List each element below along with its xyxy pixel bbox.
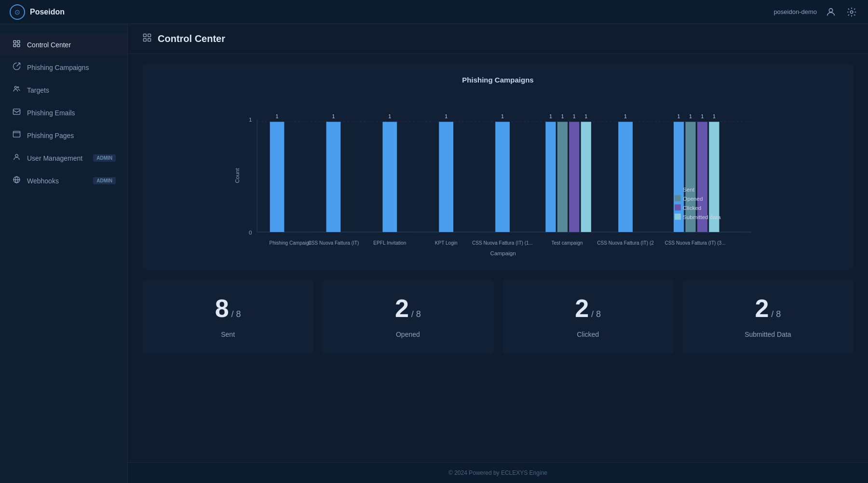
sidebar-item-phishing-emails[interactable]: Phishing Emails (0, 102, 127, 124)
svg-rect-60 (675, 186, 681, 192)
sidebar-item-targets[interactable]: Targets (0, 79, 127, 101)
svg-point-6 (14, 86, 16, 88)
svg-text:EPFL Invitation: EPFL Invitation (373, 240, 406, 246)
svg-text:1: 1 (701, 113, 704, 119)
stat-value-clicked: 2 / 8 (575, 296, 601, 321)
svg-rect-15 (148, 39, 151, 41)
svg-text:Opened: Opened (683, 195, 703, 202)
svg-text:1: 1 (388, 113, 391, 119)
svg-text:1: 1 (689, 113, 692, 119)
svg-rect-66 (675, 214, 681, 220)
webhooks-badge: ADMIN (93, 177, 116, 184)
svg-rect-8 (13, 109, 20, 114)
svg-rect-5 (17, 44, 19, 47)
sidebar-item-phishing-campaigns[interactable]: Phishing Campaigns (0, 56, 127, 78)
targets-icon (12, 85, 21, 95)
footer-text: © 2024 Powered by ECLEXYS Engine (448, 469, 547, 476)
svg-point-7 (17, 87, 18, 88)
stat-value-sent: 8 / 8 (215, 296, 241, 321)
svg-rect-64 (675, 205, 681, 211)
svg-point-10 (15, 154, 18, 157)
page-header-icon (142, 33, 152, 45)
svg-text:1: 1 (501, 113, 504, 119)
stat-label-clicked: Clicked (577, 331, 599, 338)
phishing-campaigns-icon (12, 62, 21, 72)
footer: © 2024 Powered by ECLEXYS Engine (128, 462, 868, 483)
stat-denom-sent: / 8 (231, 309, 241, 319)
stats-row: 8 / 8 Sent 2 / 8 Opened 2 / 8 (142, 279, 854, 354)
stat-card-sent: 8 / 8 Sent (142, 279, 313, 354)
sidebar-label-phishing-emails: Phishing Emails (27, 109, 75, 117)
svg-text:Count: Count (234, 168, 240, 183)
svg-text:CSS Nuova Fattura (IT) (1...: CSS Nuova Fattura (IT) (1... (472, 240, 533, 246)
topbar: ⊙ Poseidon poseidon-demo (0, 0, 868, 24)
stat-value-opened: 2 / 8 (395, 296, 421, 321)
stat-denom-submitted: / 8 (771, 309, 781, 319)
svg-rect-3 (17, 41, 19, 43)
main-layout: Control Center Phishing Campaigns Target… (0, 24, 868, 483)
svg-text:Clicked: Clicked (683, 205, 701, 211)
svg-text:1: 1 (445, 113, 448, 119)
sidebar-item-webhooks[interactable]: Webhooks ADMIN (0, 170, 127, 192)
svg-rect-38 (545, 122, 556, 232)
svg-text:1: 1 (713, 113, 716, 119)
topbar-right: poseidon-demo (773, 5, 858, 19)
svg-text:1: 1 (332, 113, 335, 119)
svg-text:0: 0 (249, 229, 252, 235)
svg-text:1: 1 (678, 113, 680, 119)
stat-main-sent: 8 (215, 296, 229, 321)
svg-text:1: 1 (276, 113, 279, 119)
username-display: poseidon-demo (773, 8, 817, 15)
svg-text:Test campaign: Test campaign (551, 240, 583, 246)
chart-title: Phishing Campaigns (157, 76, 839, 84)
settings-icon[interactable] (845, 5, 858, 19)
svg-text:KPT Login: KPT Login (435, 240, 458, 246)
user-icon[interactable] (824, 5, 838, 19)
svg-rect-40 (557, 122, 568, 232)
sidebar-label-webhooks: Webhooks (27, 177, 59, 185)
page-title: Control Center (158, 33, 225, 44)
svg-point-0 (829, 8, 832, 12)
sidebar-label-user-management: User Management (27, 154, 82, 162)
svg-text:Sent: Sent (683, 186, 695, 193)
svg-text:CSS Nuova Fattura (IT) (2: CSS Nuova Fattura (IT) (2 (597, 240, 654, 246)
sidebar-item-phishing-pages[interactable]: Phishing Pages (0, 124, 127, 146)
svg-text:1: 1 (549, 113, 552, 119)
control-center-icon (12, 40, 21, 50)
stat-card-clicked: 2 / 8 Clicked (502, 279, 674, 354)
svg-text:Phishing Campaign: Phishing Campaign (269, 240, 311, 246)
stat-label-sent: Sent (221, 331, 235, 338)
app-name: Poseidon (30, 8, 65, 16)
phishing-pages-icon (12, 130, 21, 140)
svg-text:1: 1 (249, 116, 252, 123)
svg-rect-2 (14, 41, 16, 43)
svg-rect-62 (675, 195, 681, 201)
svg-text:CSS Nuova Fattura (IT): CSS Nuova Fattura (IT) (308, 240, 359, 246)
chart-area: Count 0 1 (157, 94, 839, 258)
phishing-campaigns-chart-card: Phishing Campaigns Count 0 1 (142, 64, 854, 270)
stat-label-submitted: Submitted Data (745, 331, 791, 338)
svg-rect-23 (270, 122, 285, 232)
stat-label-opened: Opened (396, 331, 420, 338)
stat-card-opened: 2 / 8 Opened (322, 279, 493, 354)
content-area: Control Center Phishing Campaigns Count … (128, 24, 868, 483)
svg-text:1: 1 (573, 113, 576, 119)
sidebar-item-user-management[interactable]: User Management ADMIN (0, 147, 127, 169)
svg-rect-29 (382, 122, 397, 232)
user-management-icon (12, 153, 21, 163)
stat-main-opened: 2 (395, 296, 409, 321)
svg-text:Submitted data: Submitted data (683, 214, 721, 220)
user-management-badge: ADMIN (93, 154, 116, 162)
stat-denom-clicked: / 8 (591, 309, 601, 319)
svg-rect-42 (569, 122, 579, 232)
svg-text:1: 1 (561, 113, 564, 119)
svg-point-1 (850, 11, 853, 14)
svg-rect-32 (439, 122, 453, 232)
svg-rect-26 (326, 122, 341, 232)
stat-value-submitted: 2 / 8 (755, 296, 781, 321)
sidebar-item-control-center[interactable]: Control Center (0, 34, 127, 55)
svg-rect-14 (144, 39, 147, 41)
svg-text:CSS Nuova Fattura (IT) (3...: CSS Nuova Fattura (IT) (3... (665, 240, 726, 246)
phishing-emails-icon (12, 108, 21, 118)
svg-text:1: 1 (624, 113, 627, 119)
